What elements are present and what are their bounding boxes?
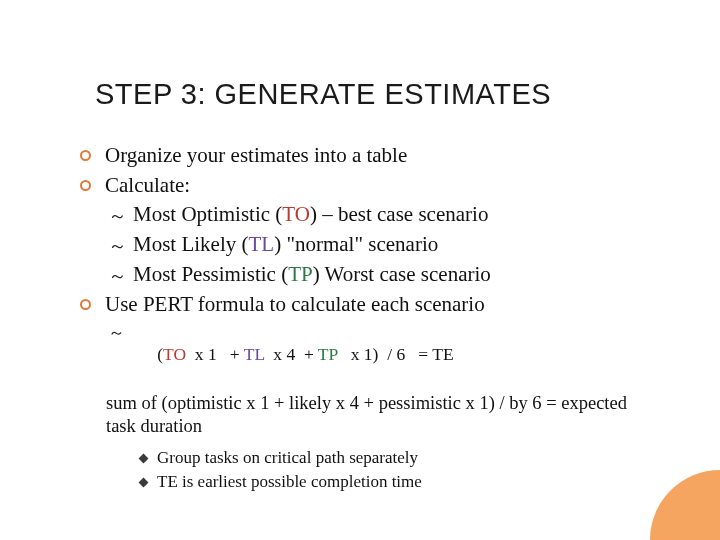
list-item: Use PERT formula to calculate each scena… [80, 291, 660, 319]
slide-body: Organize your estimates into a table Cal… [80, 142, 660, 496]
corner-decoration-icon [650, 470, 720, 540]
list-item: TE is earliest possible completion time [140, 471, 660, 493]
summary-text: sum of (optimistic x 1 + likely x 4 + pe… [106, 392, 660, 439]
code-tl: TL [244, 344, 265, 364]
wave-bullet-icon: ～ [108, 203, 127, 228]
circle-bullet-icon [80, 150, 91, 161]
item-text: Most Optimistic (TO) – best case scenari… [133, 201, 660, 229]
code-tp: TP [318, 344, 338, 364]
code-tl: TL [249, 232, 275, 256]
item-text: Calculate: [105, 172, 660, 200]
item-text: Most Likely (TL) "normal" scenario [133, 231, 660, 259]
wave-bullet-icon: ～ [108, 322, 125, 344]
slide-title: STEP 3: GENERATE ESTIMATES [95, 78, 551, 111]
code-to: TO [163, 344, 186, 364]
list-item: ～ Most Pessimistic (TP) Worst case scena… [108, 261, 660, 289]
list-item: Organize your estimates into a table [80, 142, 660, 170]
list-item: ～ Most Optimistic (TO) – best case scena… [108, 201, 660, 229]
wave-bullet-icon: ～ [108, 233, 127, 258]
list-item: Calculate: [80, 172, 660, 200]
item-text: Most Pessimistic (TP) Worst case scenari… [133, 261, 660, 289]
code-to: TO [282, 202, 310, 226]
diamond-bullet-icon [139, 453, 149, 463]
circle-bullet-icon [80, 180, 91, 191]
wave-bullet-icon: ～ [108, 263, 127, 288]
item-text: Organize your estimates into a table [105, 142, 660, 170]
list-item: ～ (TO x 1 + TL x 4 + TP x 1) / 6 = TE [108, 320, 660, 389]
code-tp: TP [288, 262, 313, 286]
list-item: Group tasks on critical path separately [140, 447, 660, 469]
formula-text: (TO x 1 + TL x 4 + TP x 1) / 6 = TE [131, 320, 660, 389]
circle-bullet-icon [80, 299, 91, 310]
list-item: ～ Most Likely (TL) "normal" scenario [108, 231, 660, 259]
item-text: Use PERT formula to calculate each scena… [105, 291, 660, 319]
item-text: Group tasks on critical path separately [157, 447, 660, 469]
item-text: TE is earliest possible completion time [157, 471, 660, 493]
diamond-bullet-icon [139, 478, 149, 488]
